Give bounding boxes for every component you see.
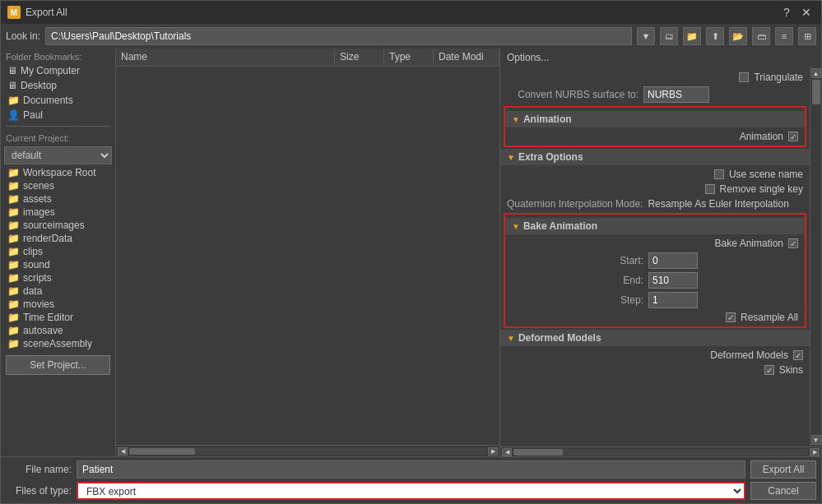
workspace-item-sceneassembly[interactable]: 📁 sceneAssembly xyxy=(4,337,112,350)
file-header: Name Size Type Date Modi xyxy=(116,49,499,67)
sourceimages-icon: 📁 xyxy=(7,220,20,231)
workspace-item-timeeditor[interactable]: 📁 Time Editor xyxy=(4,311,112,324)
workspace-root-label: Workspace Root xyxy=(23,167,95,178)
sourceimages-label: sourceimages xyxy=(23,220,85,231)
help-button[interactable]: ? xyxy=(778,4,795,21)
animation-checkbox[interactable]: ✓ xyxy=(788,132,798,141)
bake-animation-checkbox[interactable]: ✓ xyxy=(788,238,798,248)
scroll-up-btn[interactable]: ▲ xyxy=(811,68,821,78)
scroll-right-btn[interactable]: ▶ xyxy=(488,447,498,455)
scroll-left-btn[interactable]: ◀ xyxy=(118,447,128,455)
scroll-down-btn[interactable]: ▼ xyxy=(811,435,821,445)
workspace-item-clips[interactable]: 📁 clips xyxy=(4,245,112,258)
workspace-item-movies[interactable]: 📁 movies xyxy=(4,298,112,311)
filetype-select[interactable]: FBX export xyxy=(77,482,745,500)
col-date[interactable]: Date Modi xyxy=(434,49,499,66)
resample-all-checkbox[interactable]: ✓ xyxy=(726,312,736,322)
workspace-item-renderdata[interactable]: 📁 renderData xyxy=(4,232,112,245)
filetype-label: Files of type: xyxy=(6,485,72,497)
col-name[interactable]: Name xyxy=(116,49,335,66)
animation-section-header[interactable]: ▼ Animation xyxy=(505,111,805,127)
close-button[interactable]: ✕ xyxy=(798,4,815,21)
remove-single-key-row: Remove single key xyxy=(500,182,810,197)
deformed-models-checkbox[interactable]: ✓ xyxy=(793,350,803,360)
col-type[interactable]: Type xyxy=(384,49,434,66)
nav-btn-3[interactable]: 📂 xyxy=(729,27,747,45)
export-all-button[interactable]: Export All xyxy=(750,460,816,479)
bookmark-paul[interactable]: 👤 Paul xyxy=(4,108,112,123)
workspace-item-images[interactable]: 📁 images xyxy=(4,206,112,219)
opt-scroll-track[interactable] xyxy=(513,449,808,455)
nav-btn-list[interactable]: ≡ xyxy=(775,27,793,45)
extra-options-label: Extra Options xyxy=(518,151,583,163)
filename-input[interactable] xyxy=(77,460,745,479)
timeeditor-label: Time Editor xyxy=(23,312,73,323)
lookin-input[interactable] xyxy=(45,27,632,45)
workspace-item-data[interactable]: 📁 data xyxy=(4,284,112,298)
bookmark-mycomputer[interactable]: 🖥 My Computer xyxy=(4,63,112,78)
use-scene-name-label: Use scene name xyxy=(729,169,803,180)
nav-btn-4[interactable]: 🗃 xyxy=(752,27,770,45)
quaternion-value: Resample As Euler Interpolation xyxy=(648,198,788,210)
timeeditor-icon: 📁 xyxy=(7,312,20,323)
extra-options-header[interactable]: ▼ Extra Options xyxy=(500,149,810,165)
workspace-item-root[interactable]: 📁 Workspace Root xyxy=(4,166,112,179)
mycomputer-icon: 🖥 xyxy=(7,65,17,76)
workspace-item-sourceimages[interactable]: 📁 sourceimages xyxy=(4,219,112,232)
bake-animation-header[interactable]: ▼ Bake Animation xyxy=(505,218,805,234)
scroll-track[interactable] xyxy=(129,448,486,455)
col-size[interactable]: Size xyxy=(335,49,384,66)
cancel-button[interactable]: Cancel xyxy=(750,482,816,500)
options-horiz-scrollbar[interactable]: ◀ ▶ xyxy=(500,446,821,456)
use-scene-name-checkbox[interactable] xyxy=(714,169,724,179)
workspace-item-scripts[interactable]: 📁 scripts xyxy=(4,271,112,284)
bake-animation-text: Bake Animation xyxy=(715,238,783,249)
deformed-models-header[interactable]: ▼ Deformed Models xyxy=(500,330,810,346)
workspace-item-autosave[interactable]: 📁 autosave xyxy=(4,324,112,337)
lookin-dropdown-btn[interactable]: ▼ xyxy=(637,27,655,45)
nav-btn-1[interactable]: 🗂 xyxy=(660,27,678,45)
remove-single-key-checkbox[interactable] xyxy=(705,184,715,194)
scenes-icon: 📁 xyxy=(7,180,20,192)
images-label: images xyxy=(23,206,55,218)
workspace-item-sound[interactable]: 📁 sound xyxy=(4,258,112,271)
sound-icon: 📁 xyxy=(7,259,20,270)
bake-animation-row: Bake Animation ✓ xyxy=(505,236,805,251)
step-label: Step: xyxy=(512,294,643,306)
nav-btn-grid[interactable]: ⊞ xyxy=(798,27,816,45)
set-project-button[interactable]: Set Project... xyxy=(6,355,110,375)
bookmark-desktop[interactable]: 🖥 Desktop xyxy=(4,78,112,93)
options-vert-scrollbar[interactable]: ▲ ▼ xyxy=(810,67,821,446)
skins-checkbox[interactable]: ✓ xyxy=(764,365,774,375)
autosave-icon: 📁 xyxy=(7,325,20,336)
start-label: Start: xyxy=(512,255,643,266)
workspace-item-scenes[interactable]: 📁 scenes xyxy=(4,179,112,192)
deformed-models-label: Deformed Models xyxy=(518,332,601,344)
skins-label: Skins xyxy=(779,364,803,376)
convert-nurbs-input[interactable] xyxy=(643,86,709,103)
nav-btn-up[interactable]: ⬆ xyxy=(706,27,724,45)
clips-icon: 📁 xyxy=(7,246,20,257)
animation-section-label: Animation xyxy=(523,113,572,125)
dialog-title: Export All xyxy=(26,7,67,18)
bookmark-documents[interactable]: 📁 Documents xyxy=(4,93,112,108)
step-input[interactable] xyxy=(648,292,698,308)
options-title: Options... xyxy=(500,49,821,67)
filename-label: File name: xyxy=(6,464,72,475)
options-scroll-area[interactable]: Triangulate Convert NURBS surface to: ▼ … xyxy=(500,67,810,446)
sceneassembly-label: sceneAssembly xyxy=(23,338,92,349)
bookmark-mycomputer-label: My Computer xyxy=(21,65,80,76)
project-select[interactable]: default xyxy=(4,146,112,164)
movies-icon: 📁 xyxy=(7,298,20,310)
file-area[interactable] xyxy=(116,67,499,445)
triangulate-checkbox[interactable] xyxy=(739,72,749,82)
opt-scroll-left[interactable]: ◀ xyxy=(502,448,512,456)
file-horiz-scrollbar[interactable]: ◀ ▶ xyxy=(116,445,499,456)
opt-scroll-right[interactable]: ▶ xyxy=(810,448,820,456)
workspace-item-assets[interactable]: 📁 assets xyxy=(4,192,112,206)
start-input[interactable] xyxy=(648,252,698,269)
end-input[interactable] xyxy=(648,272,698,289)
movies-label: movies xyxy=(23,298,54,310)
nav-btn-2[interactable]: 📁 xyxy=(683,27,701,45)
bookmark-documents-label: Documents xyxy=(23,95,73,106)
